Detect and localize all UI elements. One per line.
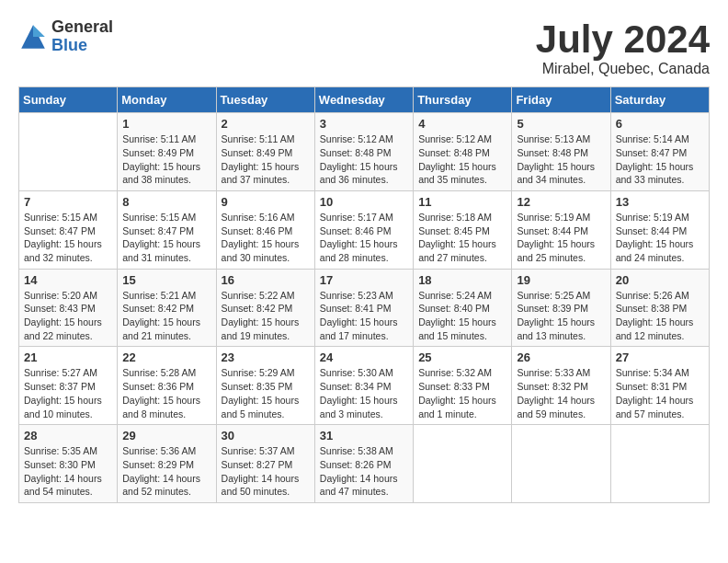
header: General Blue July 2024 Mirabel, Quebec, … [18, 18, 710, 77]
day-number: 30 [222, 429, 310, 442]
day-number: 23 [222, 350, 310, 364]
day-info: Sunrise: 5:19 AM Sunset: 8:44 PM Dayligh… [616, 211, 704, 265]
title-area: July 2024 Mirabel, Quebec, Canada [536, 18, 710, 77]
calendar-week-5: 28Sunrise: 5:35 AM Sunset: 8:30 PM Dayli… [19, 425, 710, 503]
logo-text: General Blue [51, 18, 113, 55]
calendar-cell [610, 425, 709, 503]
calendar-cell: 31Sunrise: 5:38 AM Sunset: 8:26 PM Dayli… [314, 425, 413, 503]
calendar-cell: 3Sunrise: 5:12 AM Sunset: 8:48 PM Daylig… [314, 113, 413, 191]
calendar-cell: 20Sunrise: 5:26 AM Sunset: 8:38 PM Dayli… [610, 269, 709, 347]
calendar-cell: 14Sunrise: 5:20 AM Sunset: 8:43 PM Dayli… [19, 269, 118, 347]
day-info: Sunrise: 5:26 AM Sunset: 8:38 PM Dayligh… [616, 289, 704, 343]
calendar-header: Sunday Monday Tuesday Wednesday Thursday… [19, 87, 710, 113]
logo-general: General [51, 18, 113, 37]
day-number: 16 [222, 273, 310, 287]
day-number: 20 [616, 273, 704, 287]
logo: General Blue [18, 18, 113, 55]
calendar-cell: 9Sunrise: 5:16 AM Sunset: 8:46 PM Daylig… [216, 190, 314, 269]
calendar-table: Sunday Monday Tuesday Wednesday Thursday… [18, 86, 710, 503]
day-info: Sunrise: 5:21 AM Sunset: 8:42 PM Dayligh… [122, 289, 210, 343]
calendar-cell: 5Sunrise: 5:13 AM Sunset: 8:48 PM Daylig… [512, 113, 610, 191]
day-info: Sunrise: 5:36 AM Sunset: 8:29 PM Dayligh… [122, 444, 210, 499]
day-number: 3 [320, 117, 408, 131]
day-number: 15 [122, 273, 210, 287]
day-number: 8 [122, 195, 210, 209]
calendar-cell: 12Sunrise: 5:19 AM Sunset: 8:44 PM Dayli… [512, 190, 610, 269]
day-info: Sunrise: 5:29 AM Sunset: 8:35 PM Dayligh… [222, 366, 310, 420]
day-number: 10 [320, 195, 408, 209]
day-number: 4 [418, 117, 506, 131]
calendar-cell: 29Sunrise: 5:36 AM Sunset: 8:29 PM Dayli… [118, 425, 216, 503]
day-info: Sunrise: 5:13 AM Sunset: 8:48 PM Dayligh… [517, 132, 605, 187]
day-number: 5 [517, 117, 605, 131]
day-number: 17 [320, 273, 408, 287]
header-wednesday: Wednesday [314, 87, 413, 113]
month-title: July 2024 [536, 18, 710, 61]
day-number: 1 [122, 117, 210, 131]
calendar-cell: 6Sunrise: 5:14 AM Sunset: 8:47 PM Daylig… [610, 113, 709, 191]
calendar-cell: 2Sunrise: 5:11 AM Sunset: 8:49 PM Daylig… [216, 113, 314, 191]
day-number: 26 [517, 350, 605, 364]
calendar-cell: 30Sunrise: 5:37 AM Sunset: 8:27 PM Dayli… [216, 425, 314, 503]
day-number: 12 [517, 195, 605, 209]
day-number: 21 [24, 350, 112, 364]
day-number: 25 [418, 350, 506, 364]
calendar-cell: 16Sunrise: 5:22 AM Sunset: 8:42 PM Dayli… [216, 269, 314, 347]
day-info: Sunrise: 5:32 AM Sunset: 8:33 PM Dayligh… [418, 366, 506, 420]
calendar-cell: 18Sunrise: 5:24 AM Sunset: 8:40 PM Dayli… [414, 269, 512, 347]
calendar-week-1: 1Sunrise: 5:11 AM Sunset: 8:49 PM Daylig… [19, 113, 710, 191]
day-info: Sunrise: 5:37 AM Sunset: 8:27 PM Dayligh… [222, 444, 310, 499]
calendar-cell: 10Sunrise: 5:17 AM Sunset: 8:46 PM Dayli… [314, 190, 413, 269]
calendar-week-2: 7Sunrise: 5:15 AM Sunset: 8:47 PM Daylig… [19, 190, 710, 269]
calendar-cell: 11Sunrise: 5:18 AM Sunset: 8:45 PM Dayli… [414, 190, 512, 269]
day-info: Sunrise: 5:17 AM Sunset: 8:46 PM Dayligh… [320, 211, 408, 265]
day-number: 13 [616, 195, 704, 209]
header-thursday: Thursday [414, 87, 512, 113]
calendar-cell: 26Sunrise: 5:33 AM Sunset: 8:32 PM Dayli… [512, 347, 610, 425]
day-info: Sunrise: 5:14 AM Sunset: 8:47 PM Dayligh… [616, 132, 704, 187]
day-info: Sunrise: 5:20 AM Sunset: 8:43 PM Dayligh… [24, 289, 112, 343]
header-row: Sunday Monday Tuesday Wednesday Thursday… [19, 87, 710, 113]
day-info: Sunrise: 5:11 AM Sunset: 8:49 PM Dayligh… [122, 132, 210, 187]
day-number: 24 [320, 350, 408, 364]
day-info: Sunrise: 5:22 AM Sunset: 8:42 PM Dayligh… [222, 289, 310, 343]
day-info: Sunrise: 5:12 AM Sunset: 8:48 PM Dayligh… [320, 132, 408, 187]
header-saturday: Saturday [610, 87, 709, 113]
header-sunday: Sunday [19, 87, 118, 113]
day-info: Sunrise: 5:15 AM Sunset: 8:47 PM Dayligh… [122, 211, 210, 265]
day-info: Sunrise: 5:35 AM Sunset: 8:30 PM Dayligh… [24, 444, 112, 499]
calendar-cell: 21Sunrise: 5:27 AM Sunset: 8:37 PM Dayli… [19, 347, 118, 425]
calendar-cell: 27Sunrise: 5:34 AM Sunset: 8:31 PM Dayli… [610, 347, 709, 425]
calendar-week-4: 21Sunrise: 5:27 AM Sunset: 8:37 PM Dayli… [19, 347, 710, 425]
day-info: Sunrise: 5:30 AM Sunset: 8:34 PM Dayligh… [320, 366, 408, 420]
header-friday: Friday [512, 87, 610, 113]
calendar-cell: 25Sunrise: 5:32 AM Sunset: 8:33 PM Dayli… [414, 347, 512, 425]
svg-marker-1 [33, 25, 45, 37]
calendar-cell: 15Sunrise: 5:21 AM Sunset: 8:42 PM Dayli… [118, 269, 216, 347]
day-info: Sunrise: 5:28 AM Sunset: 8:36 PM Dayligh… [122, 366, 210, 420]
day-info: Sunrise: 5:25 AM Sunset: 8:39 PM Dayligh… [517, 289, 605, 343]
calendar-cell: 24Sunrise: 5:30 AM Sunset: 8:34 PM Dayli… [314, 347, 413, 425]
calendar-cell: 17Sunrise: 5:23 AM Sunset: 8:41 PM Dayli… [314, 269, 413, 347]
calendar-body: 1Sunrise: 5:11 AM Sunset: 8:49 PM Daylig… [19, 113, 710, 503]
calendar-cell: 22Sunrise: 5:28 AM Sunset: 8:36 PM Dayli… [118, 347, 216, 425]
calendar-cell [512, 425, 610, 503]
day-number: 27 [616, 350, 704, 364]
day-info: Sunrise: 5:16 AM Sunset: 8:46 PM Dayligh… [222, 211, 310, 265]
day-info: Sunrise: 5:38 AM Sunset: 8:26 PM Dayligh… [320, 444, 408, 499]
day-number: 9 [222, 195, 310, 209]
calendar-week-3: 14Sunrise: 5:20 AM Sunset: 8:43 PM Dayli… [19, 269, 710, 347]
day-info: Sunrise: 5:34 AM Sunset: 8:31 PM Dayligh… [616, 366, 704, 420]
day-number: 11 [418, 195, 506, 209]
day-number: 31 [320, 429, 408, 442]
day-number: 6 [616, 117, 704, 131]
calendar-cell: 13Sunrise: 5:19 AM Sunset: 8:44 PM Dayli… [610, 190, 709, 269]
day-number: 2 [222, 117, 310, 131]
calendar-cell: 4Sunrise: 5:12 AM Sunset: 8:48 PM Daylig… [414, 113, 512, 191]
day-info: Sunrise: 5:23 AM Sunset: 8:41 PM Dayligh… [320, 289, 408, 343]
day-number: 14 [24, 273, 112, 287]
calendar-cell [414, 425, 512, 503]
day-number: 18 [418, 273, 506, 287]
calendar-cell: 19Sunrise: 5:25 AM Sunset: 8:39 PM Dayli… [512, 269, 610, 347]
day-info: Sunrise: 5:15 AM Sunset: 8:47 PM Dayligh… [24, 211, 112, 265]
